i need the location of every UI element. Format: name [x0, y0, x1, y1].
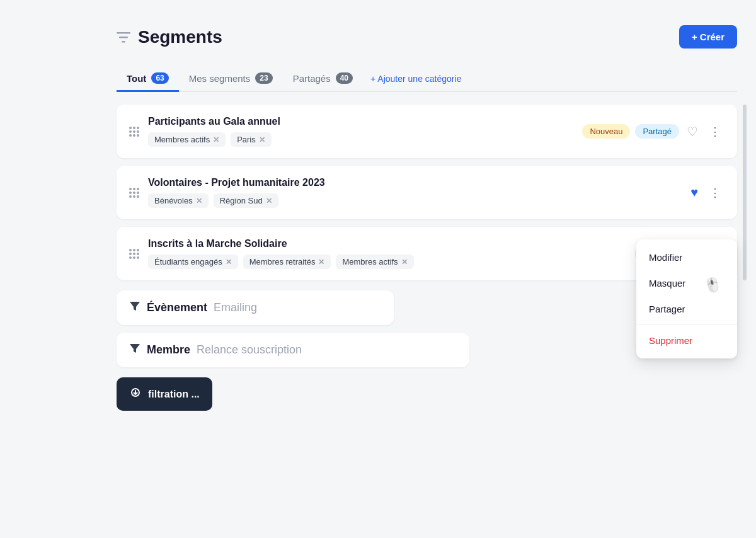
- segment-name-1: Participants au Gala annuel: [148, 116, 573, 127]
- tab-mes-segments-badge: 23: [255, 72, 272, 84]
- filtration-label: filtration ...: [148, 389, 200, 400]
- segment-name-3: Inscrits à la Marche Solidaire: [148, 238, 626, 249]
- more-menu-button-2[interactable]: ⋮: [706, 183, 724, 202]
- main-content: Segments + Créer Tout 63 Mes segments 23…: [104, 0, 756, 538]
- segment-tags-1: Membres actifs ✕ Paris ✕: [148, 132, 573, 147]
- heart-button-1[interactable]: ♡: [684, 122, 701, 142]
- tag-etudiants-engages: Étudiants engagés ✕: [148, 255, 238, 269]
- category-evenement-sub: Emailing: [214, 301, 257, 314]
- create-button[interactable]: + Créer: [679, 25, 737, 49]
- page-header: Segments + Créer: [117, 25, 737, 49]
- filter-lines-icon: [117, 31, 130, 43]
- tag-membres-actifs-3: Membres actifs ✕: [336, 255, 413, 269]
- segment-name-2: Volontaires - Projet humanitaire 2023: [148, 177, 679, 188]
- segment-actions-2: ♥ ⋮: [688, 183, 724, 202]
- tag-close-etudiants[interactable]: ✕: [226, 258, 232, 266]
- category-section-membre: Membre Relance souscription: [117, 333, 469, 367]
- category-evenement-name: Évènement: [147, 301, 207, 314]
- tag-close-benevoles[interactable]: ✕: [196, 197, 202, 205]
- segment-info-3: Inscrits à la Marche Solidaire Étudiants…: [148, 238, 626, 269]
- drag-handle-1[interactable]: [129, 127, 139, 137]
- tab-mes-segments[interactable]: Mes segments 23: [179, 66, 283, 92]
- svg-rect-1: [119, 37, 128, 38]
- badge-nouveau-1: Nouveau: [582, 124, 630, 139]
- menu-item-modifier[interactable]: Modifier: [636, 244, 737, 270]
- category-membre-name: Membre: [147, 343, 190, 357]
- tag-region-sud: Région Sud ✕: [214, 193, 278, 208]
- header-left: Segments: [117, 27, 222, 47]
- heart-icon-1: ♡: [687, 124, 698, 139]
- tab-tout-badge: 63: [151, 72, 168, 84]
- tag-membres-actifs-1: Membres actifs ✕: [148, 132, 226, 147]
- sidebar: [0, 0, 104, 538]
- svg-rect-0: [117, 32, 130, 34]
- tag-membres-retraites: Membres retraités ✕: [243, 255, 331, 269]
- tab-tout[interactable]: Tout 63: [117, 66, 179, 92]
- tag-close-paris[interactable]: ✕: [259, 135, 265, 144]
- tab-mes-segments-label: Mes segments: [189, 73, 251, 84]
- tag-paris: Paris ✕: [231, 132, 272, 147]
- context-menu: Modifier Masquer Partager Supprimer: [636, 239, 737, 358]
- segment-card-1: Participants au Gala annuel Membres acti…: [117, 105, 737, 158]
- menu-divider: [636, 324, 737, 325]
- tab-partages[interactable]: Partagés 40: [283, 66, 363, 92]
- segment-info-1: Participants au Gala annuel Membres acti…: [148, 116, 573, 147]
- tabs-bar: Tout 63 Mes segments 23 Partagés 40 + Aj…: [117, 66, 737, 92]
- menu-item-supprimer[interactable]: Supprimer: [636, 328, 737, 353]
- menu-item-partager[interactable]: Partager: [636, 296, 737, 322]
- heart-button-2[interactable]: ♥: [688, 183, 701, 202]
- filtration-icon: [129, 386, 142, 402]
- segment-actions-1: Nouveau Partagé ♡ ⋮: [582, 122, 724, 142]
- badge-partage-1: Partagé: [635, 124, 679, 139]
- category-section-evenement: Évènement Emailing: [117, 290, 394, 325]
- svg-rect-2: [122, 41, 125, 43]
- heart-icon-2: ♥: [690, 185, 698, 200]
- scrollbar[interactable]: [743, 105, 747, 280]
- drag-handle-3[interactable]: [129, 249, 139, 259]
- more-menu-button-1[interactable]: ⋮: [706, 122, 724, 141]
- segment-info-2: Volontaires - Projet humanitaire 2023 Bé…: [148, 177, 679, 208]
- tag-close-membres-actifs-3[interactable]: ✕: [401, 258, 408, 266]
- tab-partages-label: Partagés: [293, 73, 331, 84]
- segment-card-2: Volontaires - Projet humanitaire 2023 Bé…: [117, 166, 737, 219]
- tag-close-region-sud[interactable]: ✕: [266, 197, 272, 205]
- category-membre-sub: Relance souscription: [197, 343, 302, 357]
- svg-marker-3: [130, 302, 140, 311]
- filtration-button[interactable]: filtration ...: [117, 377, 212, 411]
- tag-benevoles: Bénévoles ✕: [148, 193, 209, 208]
- menu-item-masquer[interactable]: Masquer: [636, 270, 737, 296]
- tab-partages-badge: 40: [336, 72, 353, 84]
- tag-close-retraites[interactable]: ✕: [318, 258, 324, 266]
- drag-handle-2[interactable]: [129, 188, 139, 198]
- tab-tout-label: Tout: [127, 73, 146, 84]
- segment-tags-2: Bénévoles ✕ Région Sud ✕: [148, 193, 679, 208]
- add-category-button[interactable]: + Ajouter une catégorie: [363, 67, 469, 90]
- tag-close-membres-actifs-1[interactable]: ✕: [213, 135, 219, 144]
- svg-marker-4: [130, 344, 140, 353]
- filter-icon-membre: [129, 343, 140, 357]
- page-title: Segments: [138, 27, 222, 47]
- segment-tags-3: Étudiants engagés ✕ Membres retraités ✕ …: [148, 255, 626, 269]
- filter-icon-evenement: [129, 300, 140, 315]
